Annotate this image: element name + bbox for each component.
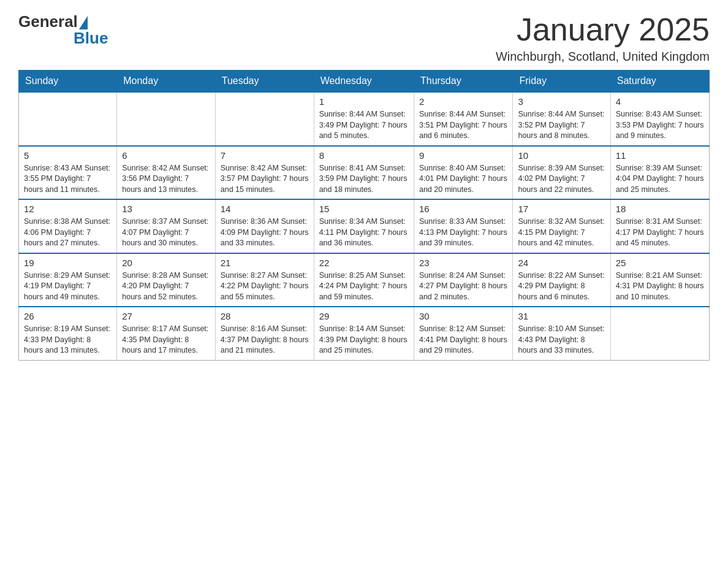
- calendar-cell: 30Sunrise: 8:12 AM Sunset: 4:41 PM Dayli…: [414, 307, 513, 360]
- day-info: Sunrise: 8:39 AM Sunset: 4:02 PM Dayligh…: [518, 163, 605, 196]
- calendar-cell: 20Sunrise: 8:28 AM Sunset: 4:20 PM Dayli…: [117, 253, 216, 307]
- day-info: Sunrise: 8:10 AM Sunset: 4:43 PM Dayligh…: [518, 324, 605, 356]
- month-title: January 2025: [496, 12, 710, 47]
- day-info: Sunrise: 8:42 AM Sunset: 3:56 PM Dayligh…: [122, 163, 210, 196]
- day-info: Sunrise: 8:29 AM Sunset: 4:19 PM Dayligh…: [24, 270, 112, 303]
- calendar-cell: 9Sunrise: 8:40 AM Sunset: 4:01 PM Daylig…: [414, 146, 513, 200]
- day-info: Sunrise: 8:12 AM Sunset: 4:41 PM Dayligh…: [419, 324, 508, 356]
- day-info: Sunrise: 8:40 AM Sunset: 4:01 PM Dayligh…: [419, 163, 508, 196]
- day-info: Sunrise: 8:24 AM Sunset: 4:27 PM Dayligh…: [419, 270, 508, 303]
- day-number: 6: [122, 150, 210, 161]
- calendar-cell: 31Sunrise: 8:10 AM Sunset: 4:43 PM Dayli…: [513, 307, 610, 360]
- calendar-cell: 11Sunrise: 8:39 AM Sunset: 4:04 PM Dayli…: [610, 146, 709, 200]
- calendar-cell: 13Sunrise: 8:37 AM Sunset: 4:07 PM Dayli…: [117, 199, 216, 253]
- day-number: 9: [419, 150, 508, 161]
- day-number: 25: [616, 258, 704, 268]
- logo-blue-text: Blue: [74, 29, 108, 48]
- calendar-cell: 26Sunrise: 8:19 AM Sunset: 4:33 PM Dayli…: [19, 307, 117, 360]
- day-of-week-header: Friday: [513, 71, 610, 93]
- day-number: 31: [518, 311, 605, 321]
- day-number: 29: [319, 311, 409, 321]
- calendar-cell: 21Sunrise: 8:27 AM Sunset: 4:22 PM Dayli…: [215, 253, 314, 307]
- day-number: 10: [518, 150, 605, 161]
- day-number: 21: [221, 258, 309, 268]
- day-of-week-header: Tuesday: [215, 71, 314, 93]
- day-number: 22: [319, 258, 409, 268]
- calendar-cell: [117, 92, 216, 146]
- day-info: Sunrise: 8:33 AM Sunset: 4:13 PM Dayligh…: [419, 216, 508, 249]
- day-info: Sunrise: 8:39 AM Sunset: 4:04 PM Dayligh…: [616, 163, 704, 196]
- calendar-cell: 25Sunrise: 8:21 AM Sunset: 4:31 PM Dayli…: [610, 253, 709, 307]
- calendar-cell: 17Sunrise: 8:32 AM Sunset: 4:15 PM Dayli…: [513, 199, 610, 253]
- calendar-table: SundayMondayTuesdayWednesdayThursdayFrid…: [18, 70, 710, 361]
- day-info: Sunrise: 8:22 AM Sunset: 4:29 PM Dayligh…: [518, 270, 605, 303]
- calendar-cell: 5Sunrise: 8:43 AM Sunset: 3:55 PM Daylig…: [19, 146, 117, 200]
- logo-triangle-icon: [79, 16, 88, 29]
- logo: General Blue: [18, 12, 108, 48]
- day-of-week-header: Thursday: [414, 71, 513, 93]
- day-info: Sunrise: 8:42 AM Sunset: 3:57 PM Dayligh…: [221, 163, 309, 196]
- day-number: 23: [419, 258, 508, 268]
- day-info: Sunrise: 8:38 AM Sunset: 4:06 PM Dayligh…: [24, 216, 112, 249]
- calendar-cell: 1Sunrise: 8:44 AM Sunset: 3:49 PM Daylig…: [314, 92, 414, 146]
- day-number: 1: [319, 96, 409, 107]
- day-of-week-header: Monday: [117, 71, 216, 93]
- calendar-header-row: SundayMondayTuesdayWednesdayThursdayFrid…: [19, 71, 710, 93]
- calendar-cell: 4Sunrise: 8:43 AM Sunset: 3:53 PM Daylig…: [610, 92, 709, 146]
- day-number: 13: [122, 204, 210, 214]
- day-number: 30: [419, 311, 508, 321]
- day-number: 8: [319, 150, 409, 161]
- calendar-cell: 7Sunrise: 8:42 AM Sunset: 3:57 PM Daylig…: [215, 146, 314, 200]
- calendar-cell: 16Sunrise: 8:33 AM Sunset: 4:13 PM Dayli…: [414, 199, 513, 253]
- day-info: Sunrise: 8:25 AM Sunset: 4:24 PM Dayligh…: [319, 270, 409, 303]
- day-number: 28: [221, 311, 309, 321]
- calendar-cell: [19, 92, 117, 146]
- calendar-cell: 23Sunrise: 8:24 AM Sunset: 4:27 PM Dayli…: [414, 253, 513, 307]
- day-info: Sunrise: 8:44 AM Sunset: 3:49 PM Dayligh…: [319, 109, 409, 142]
- calendar-cell: 6Sunrise: 8:42 AM Sunset: 3:56 PM Daylig…: [117, 146, 216, 200]
- day-of-week-header: Saturday: [610, 71, 709, 93]
- day-info: Sunrise: 8:14 AM Sunset: 4:39 PM Dayligh…: [319, 324, 409, 356]
- day-number: 12: [24, 204, 112, 214]
- calendar-cell: 2Sunrise: 8:44 AM Sunset: 3:51 PM Daylig…: [414, 92, 513, 146]
- day-of-week-header: Wednesday: [314, 71, 414, 93]
- day-info: Sunrise: 8:36 AM Sunset: 4:09 PM Dayligh…: [221, 216, 309, 249]
- calendar-cell: [215, 92, 314, 146]
- day-number: 27: [122, 311, 210, 321]
- day-number: 26: [24, 311, 112, 321]
- day-info: Sunrise: 8:41 AM Sunset: 3:59 PM Dayligh…: [319, 163, 409, 196]
- calendar-week-row: 12Sunrise: 8:38 AM Sunset: 4:06 PM Dayli…: [19, 199, 710, 253]
- day-number: 11: [616, 150, 704, 161]
- calendar-week-row: 19Sunrise: 8:29 AM Sunset: 4:19 PM Dayli…: [19, 253, 710, 307]
- calendar-cell: 3Sunrise: 8:44 AM Sunset: 3:52 PM Daylig…: [513, 92, 610, 146]
- day-info: Sunrise: 8:27 AM Sunset: 4:22 PM Dayligh…: [221, 270, 309, 303]
- day-info: Sunrise: 8:43 AM Sunset: 3:53 PM Dayligh…: [616, 109, 704, 142]
- calendar-cell: 8Sunrise: 8:41 AM Sunset: 3:59 PM Daylig…: [314, 146, 414, 200]
- day-info: Sunrise: 8:31 AM Sunset: 4:17 PM Dayligh…: [616, 216, 704, 249]
- day-info: Sunrise: 8:32 AM Sunset: 4:15 PM Dayligh…: [518, 216, 605, 249]
- day-info: Sunrise: 8:44 AM Sunset: 3:51 PM Dayligh…: [419, 109, 508, 142]
- calendar-week-row: 26Sunrise: 8:19 AM Sunset: 4:33 PM Dayli…: [19, 307, 710, 360]
- calendar-cell: 29Sunrise: 8:14 AM Sunset: 4:39 PM Dayli…: [314, 307, 414, 360]
- day-info: Sunrise: 8:37 AM Sunset: 4:07 PM Dayligh…: [122, 216, 210, 249]
- day-number: 17: [518, 204, 605, 214]
- calendar-cell: 19Sunrise: 8:29 AM Sunset: 4:19 PM Dayli…: [19, 253, 117, 307]
- day-number: 14: [221, 204, 309, 214]
- calendar-cell: 10Sunrise: 8:39 AM Sunset: 4:02 PM Dayli…: [513, 146, 610, 200]
- calendar-cell: 18Sunrise: 8:31 AM Sunset: 4:17 PM Dayli…: [610, 199, 709, 253]
- day-info: Sunrise: 8:44 AM Sunset: 3:52 PM Dayligh…: [518, 109, 605, 142]
- page-header: General Blue January 2025 Winchburgh, Sc…: [18, 12, 710, 64]
- calendar-cell: 28Sunrise: 8:16 AM Sunset: 4:37 PM Dayli…: [215, 307, 314, 360]
- day-number: 18: [616, 204, 704, 214]
- day-number: 15: [319, 204, 409, 214]
- day-number: 3: [518, 96, 605, 107]
- day-number: 16: [419, 204, 508, 214]
- day-info: Sunrise: 8:17 AM Sunset: 4:35 PM Dayligh…: [122, 324, 210, 356]
- day-info: Sunrise: 8:21 AM Sunset: 4:31 PM Dayligh…: [616, 270, 704, 303]
- day-number: 20: [122, 258, 210, 268]
- calendar-week-row: 1Sunrise: 8:44 AM Sunset: 3:49 PM Daylig…: [19, 92, 710, 146]
- day-number: 24: [518, 258, 605, 268]
- day-number: 5: [24, 150, 112, 161]
- day-number: 4: [616, 96, 704, 107]
- calendar-cell: 22Sunrise: 8:25 AM Sunset: 4:24 PM Dayli…: [314, 253, 414, 307]
